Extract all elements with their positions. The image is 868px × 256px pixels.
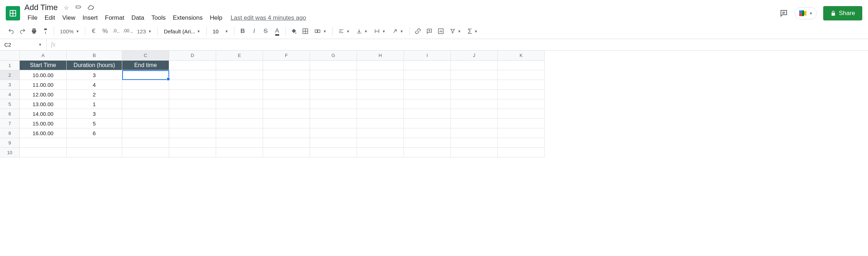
row-header[interactable]: 3	[0, 80, 20, 90]
col-header[interactable]: G	[310, 51, 357, 61]
cell[interactable]	[216, 138, 263, 148]
undo-button[interactable]	[6, 26, 16, 37]
cell[interactable]: 3	[67, 109, 122, 119]
last-edit-link[interactable]: Last edit was 4 minutes ago	[230, 14, 306, 22]
font-size-combo[interactable]: 10▼	[210, 27, 231, 36]
cell[interactable]	[169, 119, 216, 128]
cell[interactable]: 15.00.00	[20, 119, 67, 128]
cell[interactable]	[357, 138, 404, 148]
spreadsheet-grid[interactable]: 1 2 3 4 5 6 7 8 9 10 A B C D E F G H I J…	[0, 51, 868, 157]
cell[interactable]: End time	[122, 61, 169, 70]
cell[interactable]	[451, 128, 498, 138]
cell[interactable]	[498, 61, 545, 70]
cell[interactable]	[310, 70, 357, 80]
cell[interactable]	[263, 109, 310, 119]
cell[interactable]	[451, 70, 498, 80]
cell[interactable]	[498, 109, 545, 119]
cell[interactable]	[169, 61, 216, 70]
cell[interactable]	[216, 90, 263, 99]
cell[interactable]	[263, 80, 310, 90]
cell[interactable]	[357, 61, 404, 70]
cell[interactable]	[169, 99, 216, 109]
cell[interactable]: 1	[67, 99, 122, 109]
cell[interactable]	[404, 99, 451, 109]
col-header[interactable]: B	[67, 51, 122, 61]
cell[interactable]	[122, 99, 169, 109]
cell[interactable]	[169, 80, 216, 90]
comments-icon[interactable]	[779, 9, 788, 18]
print-button[interactable]	[29, 26, 39, 37]
more-formats[interactable]: 123▼	[134, 28, 154, 34]
cell[interactable]: 12.00.00	[20, 90, 67, 99]
comment-button[interactable]	[424, 26, 435, 37]
increase-decimal-button[interactable]: .00→	[123, 26, 133, 37]
cell[interactable]	[169, 138, 216, 148]
cell[interactable]: 4	[67, 80, 122, 90]
cell[interactable]	[310, 99, 357, 109]
cell[interactable]	[451, 99, 498, 109]
col-header[interactable]: E	[216, 51, 263, 61]
cell[interactable]: 3	[67, 70, 122, 80]
cell[interactable]	[310, 128, 357, 138]
cell[interactable]	[357, 90, 404, 99]
row-header[interactable]: 1	[0, 61, 20, 70]
col-header[interactable]: J	[451, 51, 498, 61]
cell-selected[interactable]	[122, 70, 169, 80]
merge-button[interactable]: ▼	[311, 28, 329, 34]
row-header[interactable]: 5	[0, 99, 20, 109]
cell[interactable]	[310, 148, 357, 157]
cell[interactable]	[451, 138, 498, 148]
cell[interactable]	[310, 138, 357, 148]
cell[interactable]	[357, 148, 404, 157]
cell[interactable]	[404, 90, 451, 99]
cell[interactable]	[263, 90, 310, 99]
cell[interactable]	[216, 61, 263, 70]
cell[interactable]	[263, 70, 310, 80]
select-all-corner[interactable]	[0, 51, 20, 61]
cell[interactable]	[310, 80, 357, 90]
h-align-button[interactable]: ▼	[335, 28, 353, 34]
cell[interactable]	[216, 99, 263, 109]
cell[interactable]	[498, 119, 545, 128]
cell[interactable]	[216, 148, 263, 157]
decrease-decimal-button[interactable]: .0←	[111, 26, 122, 37]
cell[interactable]	[169, 109, 216, 119]
cell[interactable]: 5	[67, 119, 122, 128]
cell[interactable]	[67, 148, 122, 157]
col-header[interactable]: F	[263, 51, 310, 61]
cell[interactable]	[498, 138, 545, 148]
chart-button[interactable]	[435, 26, 446, 37]
cell[interactable]: 6	[67, 128, 122, 138]
cell[interactable]	[67, 138, 122, 148]
cell[interactable]: 14.00.00	[20, 109, 67, 119]
font-combo[interactable]: Default (Ari...▼	[161, 27, 204, 36]
meet-button[interactable]: ▼	[795, 7, 817, 19]
cell[interactable]	[357, 99, 404, 109]
rotate-button[interactable]: ▼	[389, 28, 406, 34]
cell[interactable]	[216, 128, 263, 138]
cell[interactable]: Duration (hours)	[67, 61, 122, 70]
cell[interactable]: 2	[67, 90, 122, 99]
share-button[interactable]: Share	[823, 6, 862, 20]
cell[interactable]: 13.00.00	[20, 99, 67, 109]
borders-button[interactable]	[300, 26, 311, 37]
cell[interactable]: 11.00.00	[20, 80, 67, 90]
cell[interactable]	[122, 90, 169, 99]
cell[interactable]: 16.00.00	[20, 128, 67, 138]
menu-extensions[interactable]: Extensions	[170, 13, 206, 23]
currency-button[interactable]: €	[88, 26, 99, 37]
italic-button[interactable]: I	[249, 26, 259, 37]
menu-help[interactable]: Help	[206, 13, 225, 23]
cloud-icon[interactable]	[87, 4, 94, 11]
fill-color-button[interactable]	[288, 26, 299, 37]
cell[interactable]	[216, 70, 263, 80]
cell[interactable]	[451, 80, 498, 90]
cell[interactable]	[310, 61, 357, 70]
cell[interactable]	[498, 80, 545, 90]
cell[interactable]	[357, 80, 404, 90]
cell[interactable]	[169, 148, 216, 157]
cell[interactable]	[122, 138, 169, 148]
cell[interactable]	[357, 109, 404, 119]
cell[interactable]	[263, 148, 310, 157]
menu-view[interactable]: View	[59, 13, 79, 23]
